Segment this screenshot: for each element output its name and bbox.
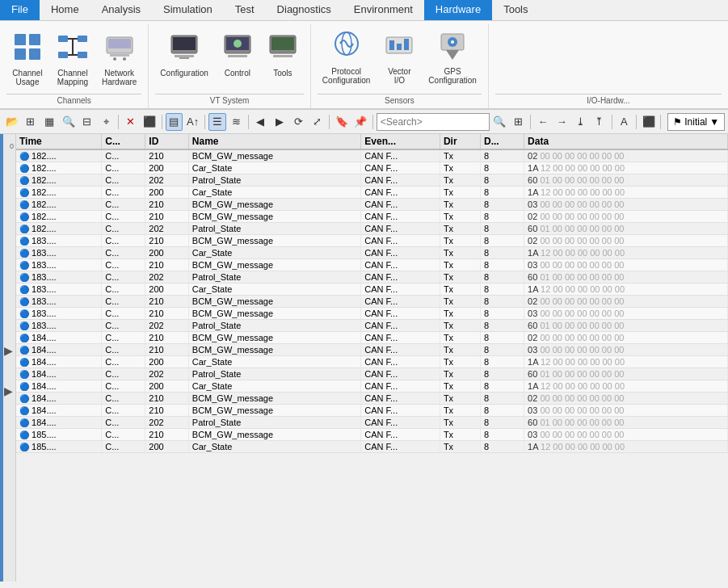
table-row[interactable]: 🔵 182.... C... 210 BCM_GW_message CAN F.… [16, 149, 728, 162]
col-event[interactable]: Even... [361, 134, 440, 149]
toolbar-btn-11[interactable]: ← [534, 113, 551, 131]
toolbar-btn-3[interactable]: ▦ [41, 113, 58, 131]
col-dir[interactable]: Dir [440, 134, 480, 149]
col-name[interactable]: Name [188, 134, 360, 149]
toolbar-btn-10[interactable]: ⤢ [309, 113, 326, 131]
toolbar-filter-btn[interactable]: ▤ [166, 113, 183, 131]
toolbar-wave-btn[interactable]: ≋ [228, 113, 245, 131]
control-button[interactable]: Control [217, 27, 259, 81]
cell-dl: 8 [481, 356, 524, 368]
table-row[interactable]: 🔵 184.... C... 210 BCM_GW_message CAN F.… [16, 393, 728, 405]
toolbar-back-btn[interactable]: ◀ [252, 113, 269, 131]
toolbar-table-btn[interactable]: ☰ [208, 113, 225, 131]
cell-time: 🔵 183.... [16, 235, 102, 247]
toolbar-btn-16[interactable]: ⬛ [640, 113, 657, 131]
table-row[interactable]: 🔵 183.... C... 200 Car_State CAN F... Tx… [16, 284, 728, 296]
cell-dl: 8 [481, 332, 524, 344]
toolbar-fwd-btn[interactable]: ▶ [271, 113, 288, 131]
menu-hardware[interactable]: Hardware [424, 0, 492, 20]
toolbar-btn-5[interactable]: ⊟ [78, 113, 95, 131]
toolbar-btn-2[interactable]: ⊞ [22, 113, 39, 131]
menu-home[interactable]: Home [40, 0, 90, 20]
state-selector[interactable]: ⚑ Initial ▼ [667, 113, 725, 131]
table-row[interactable]: 🔵 184.... C... 200 Car_State CAN F... Tx… [16, 356, 728, 368]
menu-analysis[interactable]: Analysis [90, 0, 152, 20]
cell-channel: C... [102, 368, 145, 380]
menu-file[interactable]: File [0, 0, 40, 20]
channel-mapping-button[interactable]: ChannelMapping [52, 27, 94, 90]
table-row[interactable]: 🔵 183.... C... 202 Patrol_State CAN F...… [16, 271, 728, 284]
table-row[interactable]: 🔵 182.... C... 202 Patrol_State CAN F...… [16, 174, 728, 187]
menu-test[interactable]: Test [224, 0, 266, 20]
cell-id: 200 [145, 247, 188, 259]
table-row[interactable]: 🔵 183.... C... 210 BCM_GW_message CAN F.… [16, 235, 728, 247]
toolbar-mark-btn[interactable]: 📌 [351, 113, 368, 131]
table-row[interactable]: 🔵 184.... C... 200 Car_State CAN F... Tx… [16, 380, 728, 393]
cell-dl: 8 [481, 174, 524, 187]
filter-mode-btn[interactable]: ⊞ [510, 113, 527, 131]
cell-dir: Tx [440, 344, 480, 356]
table-row[interactable]: 🔵 182.... C... 210 BCM_GW_message CAN F.… [16, 211, 728, 223]
toolbar-btn-9[interactable]: ⟳ [289, 113, 306, 131]
protocol-configuration-button[interactable]: ProtocolConfiguration [318, 27, 375, 88]
cell-time: 🔵 183.... [16, 308, 102, 320]
toolbar-bookmark-btn[interactable]: 🔖 [333, 113, 350, 131]
gps-configuration-button[interactable]: GPSConfiguration [423, 27, 481, 88]
svg-rect-13 [110, 54, 129, 57]
toolbar-btn-14[interactable]: ⤒ [591, 113, 608, 131]
table-row[interactable]: 🔵 183.... C... 210 BCM_GW_message CAN F.… [16, 259, 728, 271]
toolbar-btn-12[interactable]: → [553, 113, 570, 131]
toolbar-btn-8[interactable]: A↑ [184, 113, 201, 131]
menu-simulation[interactable]: Simulation [152, 0, 224, 20]
toolbar-btn-7[interactable]: ⬛ [141, 113, 158, 131]
table-row[interactable]: 🔵 182.... C... 200 Car_State CAN F... Tx… [16, 162, 728, 174]
table-row[interactable]: 🔵 184.... C... 202 Patrol_State CAN F...… [16, 417, 728, 429]
channel-usage-button[interactable]: ChannelUsage [6, 27, 48, 90]
table-row[interactable]: 🔵 184.... C... 210 BCM_GW_message CAN F.… [16, 344, 728, 356]
log-table-wrapper[interactable]: Time C... ID Name Even... Dir D... Data … [16, 134, 728, 582]
cell-channel: C... [102, 259, 145, 271]
cell-time: 🔵 184.... [16, 417, 102, 429]
table-row[interactable]: 🔵 184.... C... 210 BCM_GW_message CAN F.… [16, 332, 728, 344]
table-row[interactable]: 🔵 185.... C... 200 Car_State CAN F... Tx… [16, 441, 728, 453]
network-hardware-button[interactable]: NetworkHardware [97, 27, 141, 90]
configuration-button[interactable]: Configuration [155, 27, 213, 81]
col-dl[interactable]: D... [481, 134, 524, 149]
vector-io-button[interactable]: VectorI/O [378, 27, 420, 88]
toolbar-stop-btn[interactable]: ✕ [122, 113, 139, 131]
io-hardware-group-label: I/O-Hardw... [495, 94, 722, 105]
menu-tools[interactable]: Tools [492, 0, 539, 20]
toolbar-btn-13[interactable]: ⤓ [572, 113, 589, 131]
tools-button[interactable]: Tools [262, 27, 304, 81]
col-channel[interactable]: C... [102, 134, 145, 149]
table-row[interactable]: 🔵 182.... C... 210 BCM_GW_message CAN F.… [16, 199, 728, 211]
cell-name: Car_State [188, 380, 360, 393]
toolbar-sep-8 [612, 115, 612, 129]
cell-time: 🔵 182.... [16, 174, 102, 187]
table-row[interactable]: 🔵 183.... C... 210 BCM_GW_message CAN F.… [16, 308, 728, 320]
table-row[interactable]: 🔵 182.... C... 202 Patrol_State CAN F...… [16, 223, 728, 235]
toolbar-btn-6[interactable]: ⌖ [98, 113, 115, 131]
table-row[interactable]: 🔵 183.... C... 200 Car_State CAN F... Tx… [16, 247, 728, 259]
toolbar-btn-1[interactable]: 📂 [3, 113, 20, 131]
table-row[interactable]: 🔵 183.... C... 210 BCM_GW_message CAN F.… [16, 296, 728, 308]
table-row[interactable]: 🔵 184.... C... 210 BCM_GW_message CAN F.… [16, 405, 728, 417]
table-row[interactable]: 🔵 184.... C... 202 Patrol_State CAN F...… [16, 368, 728, 380]
cell-name: BCM_GW_message [188, 308, 360, 320]
toolbar-btn-4[interactable]: 🔍 [60, 113, 77, 131]
col-data[interactable]: Data [524, 134, 728, 149]
cell-id: 210 [145, 344, 188, 356]
cell-dl: 8 [481, 429, 524, 441]
search-input[interactable] [377, 113, 490, 131]
table-row[interactable]: 🔵 183.... C... 202 Patrol_State CAN F...… [16, 320, 728, 332]
col-time[interactable]: Time [16, 134, 102, 149]
table-row[interactable]: 🔵 185.... C... 210 BCM_GW_message CAN F.… [16, 429, 728, 441]
table-row[interactable]: 🔵 182.... C... 200 Car_State CAN F... Tx… [16, 187, 728, 199]
sensors-items: ProtocolConfiguration VectorI/O [318, 27, 482, 90]
search-btn[interactable]: 🔍 [491, 113, 508, 131]
col-id[interactable]: ID [145, 134, 188, 149]
menu-diagnostics[interactable]: Diagnostics [266, 0, 343, 20]
toolbar-btn-15[interactable]: A [616, 113, 633, 131]
menu-environment[interactable]: Environment [343, 0, 424, 20]
cell-dir: Tx [440, 429, 480, 441]
